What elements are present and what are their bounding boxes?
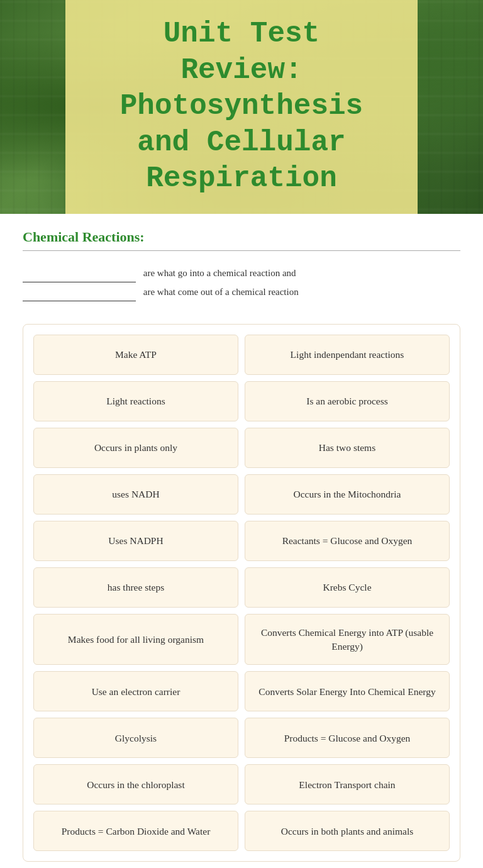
content-area: Chemical Reactions: are what go into a c… xyxy=(0,214,483,868)
card-item[interactable]: has three steps xyxy=(33,567,238,608)
cards-grid: Make ATPLight indenpendant reactionsLigh… xyxy=(33,335,450,851)
header-title-box: Unit Test Review: Photosynthesis and Cel… xyxy=(65,0,418,214)
card-item[interactable]: Products = Carbon Dioxide and Water xyxy=(33,811,238,851)
card-item[interactable]: Make ATP xyxy=(33,335,238,375)
card-item[interactable]: Is an aerobic process xyxy=(245,381,450,421)
card-item[interactable]: Has two stems xyxy=(245,428,450,468)
card-item[interactable]: Krebs Cycle xyxy=(245,567,450,608)
card-item[interactable]: Glycolysis xyxy=(33,718,238,758)
card-item[interactable]: Light reactions xyxy=(33,381,238,421)
card-item[interactable]: Light indenpendant reactions xyxy=(245,335,450,375)
card-item[interactable]: Makes food for all living organism xyxy=(33,614,238,665)
card-item[interactable]: Occurs in the Mitochondria xyxy=(245,474,450,515)
chemical-reactions-section: Chemical Reactions: are what go into a c… xyxy=(23,229,460,301)
blank-1 xyxy=(23,282,136,282)
card-item[interactable]: Reactants = Glucose and Oxygen xyxy=(245,521,450,561)
card-item[interactable]: Electron Transport chain xyxy=(245,764,450,804)
card-item[interactable]: Converts Chemical Energy into ATP (usabl… xyxy=(245,614,450,665)
blank-2 xyxy=(23,301,136,301)
card-item[interactable]: Occurs in both plants and animals xyxy=(245,811,450,851)
section-title: Chemical Reactions: xyxy=(23,229,460,245)
fill-text-1: are what go into a chemical reaction and xyxy=(143,268,296,278)
card-item[interactable]: Products = Glucose and Oxygen xyxy=(245,718,450,758)
cards-container: Make ATPLight indenpendant reactionsLigh… xyxy=(23,324,460,862)
card-item[interactable]: Occurs in the chloroplast xyxy=(33,764,238,804)
card-item[interactable]: uses NADH xyxy=(33,474,238,515)
card-item[interactable]: Occurs in plants only xyxy=(33,428,238,468)
page-title: Unit Test Review: Photosynthesis and Cel… xyxy=(97,16,386,198)
header-section: Unit Test Review: Photosynthesis and Cel… xyxy=(0,0,483,214)
card-item[interactable]: Converts Solar Energy Into Chemical Ener… xyxy=(245,671,450,711)
fill-in-block: are what go into a chemical reaction and… xyxy=(23,264,460,301)
card-item[interactable]: Uses NADPH xyxy=(33,521,238,561)
fill-text-2: are what come out of a chemical reaction xyxy=(143,287,299,297)
section-divider xyxy=(23,250,460,251)
card-item[interactable]: Use an electron carrier xyxy=(33,671,238,711)
